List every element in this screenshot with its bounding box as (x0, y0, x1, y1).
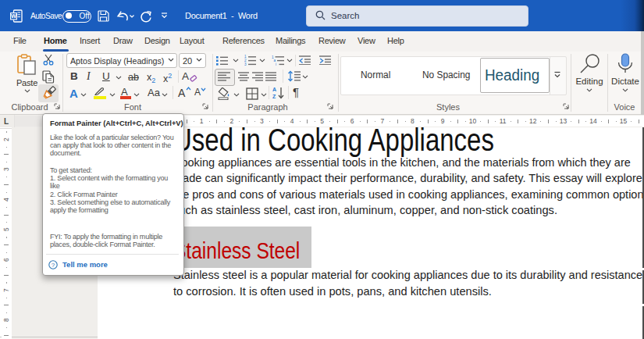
svg-text:Z: Z (272, 94, 276, 99)
svg-text:W: W (11, 12, 17, 20)
svg-text:A: A (272, 87, 276, 92)
svg-text:3: 3 (244, 62, 247, 66)
svg-text:i: i (276, 62, 276, 66)
svg-text:?: ? (52, 262, 55, 269)
